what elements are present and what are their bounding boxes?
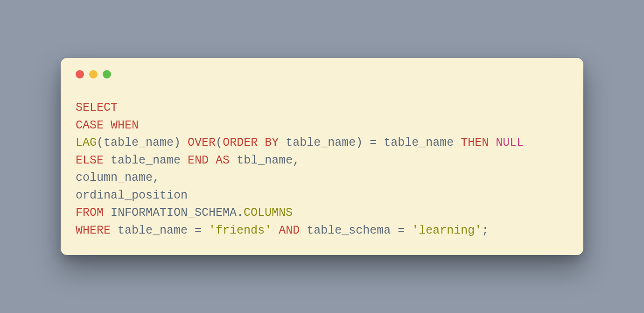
kw-as: AS bbox=[216, 154, 230, 167]
code-line: ELSE table_name END AS tbl_name, bbox=[76, 154, 300, 167]
ident-table-name: table_name bbox=[286, 136, 356, 149]
code-line: SELECT bbox=[76, 101, 118, 114]
op-eq: = bbox=[398, 224, 405, 237]
kw-else: ELSE bbox=[76, 154, 104, 167]
kw-case: CASE bbox=[76, 119, 104, 132]
code-window: SELECT CASE WHEN LAG(table_name) OVER(OR… bbox=[61, 58, 583, 255]
kw-order-by: ORDER BY bbox=[223, 136, 279, 149]
op-eq: = bbox=[370, 136, 377, 149]
ident-column-name: column_name bbox=[76, 171, 153, 185]
ident-table-name: table_name bbox=[384, 136, 454, 149]
kw-and: AND bbox=[279, 224, 300, 237]
ident-table-schema: table_schema bbox=[307, 224, 391, 237]
ident-table-name: table_name bbox=[118, 224, 188, 237]
ident-table-name: table_name bbox=[111, 154, 181, 167]
fn-lag: LAG bbox=[76, 136, 97, 149]
code-line: FROM INFORMATION_SCHEMA.COLUMNS bbox=[76, 206, 293, 220]
str-learning: 'learning' bbox=[412, 224, 482, 237]
op-eq: = bbox=[195, 224, 202, 237]
code-block: SELECT CASE WHEN LAG(table_name) OVER(OR… bbox=[76, 99, 568, 239]
ident-table-name: table_name bbox=[104, 136, 174, 149]
window-controls bbox=[76, 70, 568, 78]
kw-select: SELECT bbox=[76, 101, 118, 114]
code-line: LAG(table_name) OVER(ORDER BY table_name… bbox=[76, 136, 524, 149]
ident-information-schema: INFORMATION_SCHEMA bbox=[111, 206, 237, 220]
code-line: column_name, bbox=[76, 171, 160, 185]
code-line: CASE WHEN bbox=[76, 119, 139, 132]
code-line: ordinal_position bbox=[76, 189, 188, 202]
alias-tbl-name: tbl_name bbox=[237, 154, 293, 167]
kw-when: WHEN bbox=[111, 119, 139, 132]
ident-ordinal-position: ordinal_position bbox=[76, 189, 188, 202]
kw-from: FROM bbox=[76, 206, 104, 220]
kw-where: WHERE bbox=[76, 224, 111, 237]
zoom-icon[interactable] bbox=[103, 70, 111, 78]
kw-end: END bbox=[188, 154, 209, 167]
kw-over: OVER bbox=[188, 136, 216, 149]
code-line: WHERE table_name = 'friends' AND table_s… bbox=[76, 224, 489, 237]
str-friends: 'friends' bbox=[209, 224, 272, 237]
minimize-icon[interactable] bbox=[89, 70, 98, 78]
kw-null: NULL bbox=[496, 136, 524, 149]
ident-columns: COLUMNS bbox=[244, 206, 293, 220]
kw-then: THEN bbox=[461, 136, 489, 149]
close-icon[interactable] bbox=[76, 70, 84, 78]
